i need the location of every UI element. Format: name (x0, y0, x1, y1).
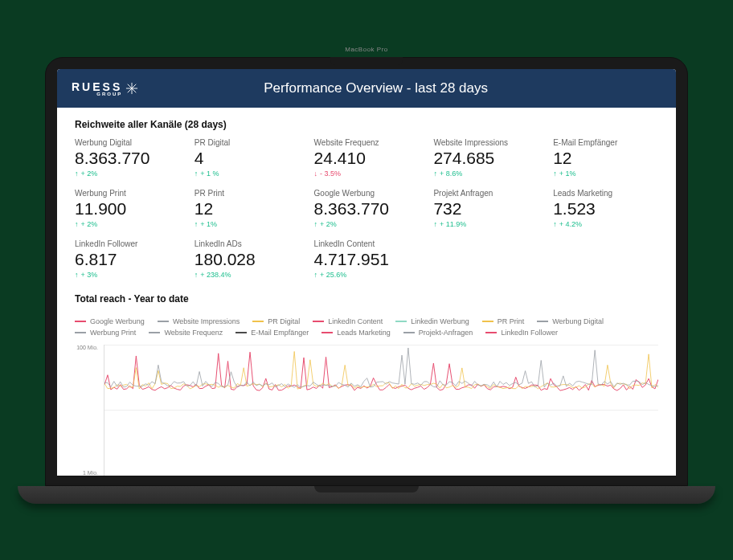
legend-swatch (537, 321, 548, 322)
legend-label: Website Impressions (173, 317, 240, 325)
kpi-change: ↑ + 11.9% (433, 220, 538, 228)
legend-item: Projekt-Anfragen (403, 329, 473, 337)
arrow-up-icon: ↑ (553, 220, 557, 228)
legend-label: Website Frequenz (164, 329, 223, 337)
kpi-label: LinkedIn ADs (195, 239, 300, 248)
legend-swatch (149, 332, 160, 333)
legend-item: LinkedIn Follower (485, 329, 558, 337)
camera-notch (330, 57, 403, 65)
kpi-change: ↑ + 3% (75, 271, 180, 279)
kpi-label: Werbung Digital (75, 138, 180, 147)
legend-swatch (75, 332, 86, 333)
arrow-up-icon: ↑ (433, 170, 437, 178)
arrow-up-icon: ↑ (75, 220, 79, 228)
arrow-up-icon: ↑ (314, 220, 318, 228)
page-title: Performance Overview - last 28 days (90, 80, 661, 96)
arrow-up-icon: ↑ (553, 170, 557, 178)
kpi-value: 12 (195, 199, 300, 219)
arrow-up-icon: ↑ (195, 271, 199, 279)
kpi-card: Google Werbung8.363.770↑ + 2% (314, 189, 420, 228)
kpi-card: LinkedIn ADs180.028↑ + 238.4% (195, 239, 300, 279)
chart-title: Total reach - Year to date (75, 293, 658, 305)
arrow-up-icon: ↑ (314, 271, 318, 279)
kpi-value: 732 (433, 199, 538, 219)
kpi-change: ↑ + 25.6% (314, 271, 420, 279)
chart-area: 100 Mio. 1 Mio. (104, 345, 658, 476)
legend-item: LinkedIn Content (313, 317, 383, 325)
hinge: MacBook Pro (57, 476, 676, 485)
chart-section: Total reach - Year to date Google Werbun… (75, 293, 658, 476)
arrow-up-icon: ↑ (433, 220, 437, 228)
kpi-label: Werbung Print (75, 189, 180, 198)
kpi-change: ↑ + 2% (75, 170, 180, 178)
kpi-label: E-Mail Empfänger (553, 138, 658, 147)
kpi-label: Website Frequenz (314, 138, 420, 147)
kpi-change: ↑ + 2% (75, 220, 180, 228)
legend-item: Werbung Print (75, 329, 136, 337)
legend-swatch (485, 332, 497, 333)
kpi-change: ↓ - 3.5% (314, 170, 420, 178)
legend-label: Google Werbung (90, 317, 145, 325)
legend-swatch (235, 332, 247, 333)
legend-item: Google Werbung (75, 317, 145, 325)
kpi-card: Leads Marketing1.523↑ + 4.2% (553, 189, 658, 228)
screen-bezel: RUESS GROUP Performance Overview - last … (45, 57, 688, 486)
legend-label: Linkedin Werbung (411, 317, 469, 325)
kpi-card: LinkedIn Content4.717.951↑ + 25.6% (314, 239, 420, 279)
kpi-change: ↑ + 238.4% (195, 271, 300, 279)
kpi-label: LinkedIn Follower (75, 239, 180, 248)
legend-swatch (395, 321, 407, 322)
legend-swatch (75, 321, 86, 322)
kpi-label: PR Digital (195, 138, 300, 147)
arrow-down-icon: ↓ (314, 170, 318, 178)
kpi-card: LinkedIn Follower6.817↑ + 3% (75, 239, 180, 279)
series-line (104, 348, 658, 387)
series-line (104, 352, 658, 390)
kpi-change: ↑ + 1% (553, 170, 658, 178)
kpi-change: ↑ + 1 % (195, 170, 300, 178)
device-label: MacBook Pro (345, 46, 388, 53)
screen: RUESS GROUP Performance Overview - last … (57, 69, 676, 476)
legend-label: E-Mail Empfänger (251, 329, 309, 337)
legend-label: Leads Marketing (337, 329, 391, 337)
kpi-label: PR Print (195, 189, 300, 198)
kpi-label: Website Impressions (433, 138, 538, 147)
header-bar: RUESS GROUP Performance Overview - last … (57, 69, 676, 108)
legend-label: Werbung Digital (552, 317, 604, 325)
legend-swatch (313, 321, 324, 322)
legend-item: Linkedin Werbung (395, 317, 469, 325)
kpi-value: 11.900 (75, 199, 180, 219)
kpi-label: Projekt Anfragen (433, 189, 538, 198)
legend-label: Projekt-Anfragen (419, 329, 473, 337)
kpi-value: 274.685 (433, 149, 538, 168)
kpi-change: ↑ + 2% (314, 220, 420, 228)
legend-swatch (252, 321, 264, 322)
kpi-grid: Werbung Digital8.363.770↑ + 2%PR Digital… (75, 138, 658, 279)
sparkline-chart (104, 345, 658, 392)
legend-item: PR Digital (252, 317, 300, 325)
arrow-up-icon: ↑ (75, 271, 79, 279)
chart-legend: Google WerbungWebsite ImpressionsPR Digi… (75, 317, 658, 337)
kpi-value: 4.717.951 (314, 250, 420, 269)
kpi-section-title: Reichweite aller Kanäle (28 days) (75, 119, 658, 130)
y-tick: 100 Mio. (72, 345, 98, 350)
kpi-value: 6.817 (75, 250, 180, 269)
kpi-card: PR Digital4↑ + 1 % (195, 138, 300, 178)
kpi-value: 8.363.770 (75, 149, 180, 168)
legend-item: E-Mail Empfänger (235, 329, 309, 337)
kpi-card: PR Print12↑ + 1% (195, 189, 300, 228)
legend-item: Werbung Digital (537, 317, 604, 325)
y-axis-labels: 100 Mio. 1 Mio. (72, 345, 101, 476)
legend-swatch (403, 332, 415, 333)
kpi-card: Projekt Anfragen732↑ + 11.9% (433, 189, 538, 228)
kpi-change: ↑ + 1% (195, 220, 300, 228)
kpi-change: ↑ + 4.2% (553, 220, 658, 228)
legend-label: PR Digital (268, 317, 300, 325)
kpi-card: Werbung Print11.900↑ + 2% (75, 189, 180, 228)
kpi-label: Google Werbung (314, 189, 420, 198)
legend-item: PR Print (482, 317, 525, 325)
legend-item: Website Impressions (158, 317, 240, 325)
kpi-value: 24.410 (314, 149, 420, 168)
legend-swatch (158, 321, 169, 322)
legend-swatch (321, 332, 333, 333)
